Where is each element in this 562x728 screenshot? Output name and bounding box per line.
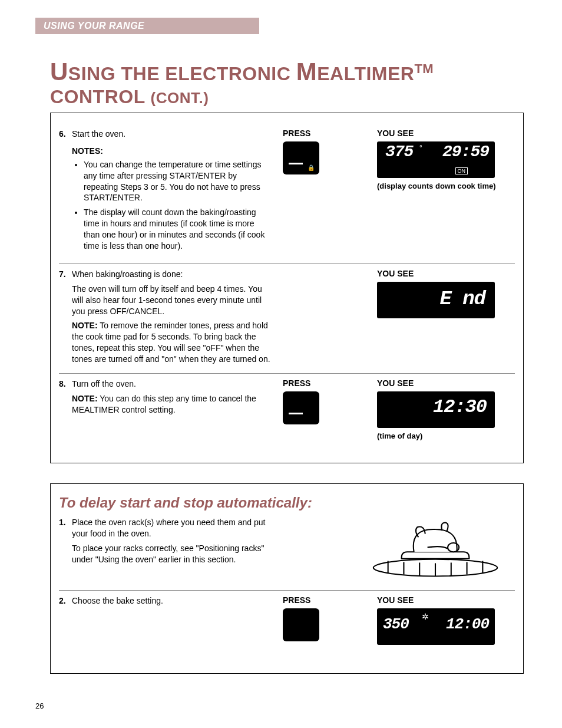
delay-step-1-text: 1. Place the oven rack(s) where you need… <box>59 517 283 582</box>
roast-on-rack-icon <box>362 517 509 582</box>
delay-step-2-press: PRESS <box>283 595 377 645</box>
instruction-box-2: To delay start and stop automatically: 1… <box>50 483 524 674</box>
bake-button-icon <box>283 608 319 641</box>
step-6-press: PRESS 🔒 <box>283 129 377 255</box>
delay-step-1-row: 1. Place the oven rack(s) where you need… <box>59 517 515 590</box>
oven-display: 350 ✲ 12:00 <box>377 608 495 645</box>
step-6-yousee: YOU SEE 375 ° 29:59 ON (display counts d… <box>377 129 507 255</box>
instruction-box-1: 6. Start the oven. NOTES: You can change… <box>50 113 524 463</box>
section-tab: USING YOUR RANGE <box>35 18 259 34</box>
delay-step-2-yousee: YOU SEE 350 ✲ 12:00 <box>377 595 507 645</box>
start-enter-button-icon: 🔒 <box>283 141 319 174</box>
step-6-row: 6. Start the oven. NOTES: You can change… <box>59 124 515 263</box>
step-6-text: 6. Start the oven. NOTES: You can change… <box>59 129 283 255</box>
step-8-yousee: YOU SEE 12:30 (time of day) <box>377 378 507 440</box>
step-7-yousee: YOU SEE E nd <box>377 269 507 365</box>
step-7-text: 7. When baking/roasting is done: The ove… <box>59 269 283 365</box>
step-8-text: 8. Turn off the oven. NOTE: You can do t… <box>59 378 283 440</box>
lock-icon: 🔒 <box>308 164 315 171</box>
page-title: USING THE ELECTRONIC MEALTIMERTM CONTROL… <box>50 58 527 108</box>
off-cancel-button-icon <box>283 391 319 424</box>
page-number: 26 <box>35 701 44 710</box>
list-item: You can change the temperature or time s… <box>84 159 272 204</box>
oven-display: 12:30 <box>377 391 495 428</box>
delay-step-2-text: 2. Choose the bake setting. <box>59 595 283 645</box>
subtitle: To delay start and stop automatically: <box>59 495 515 511</box>
oven-display: 375 ° 29:59 ON <box>377 141 495 178</box>
step-7-row: 7. When baking/roasting is done: The ove… <box>59 263 515 373</box>
asterisk-icon: ✲ <box>422 612 429 621</box>
step-8-press: PRESS <box>283 378 377 440</box>
oven-display: E nd <box>377 282 495 318</box>
list-item: The display will count down the baking/r… <box>84 207 272 252</box>
step-8-row: 8. Turn off the oven. NOTE: You can do t… <box>59 373 515 449</box>
delay-step-2-row: 2. Choose the bake setting. PRESS YOU SE… <box>59 590 515 653</box>
